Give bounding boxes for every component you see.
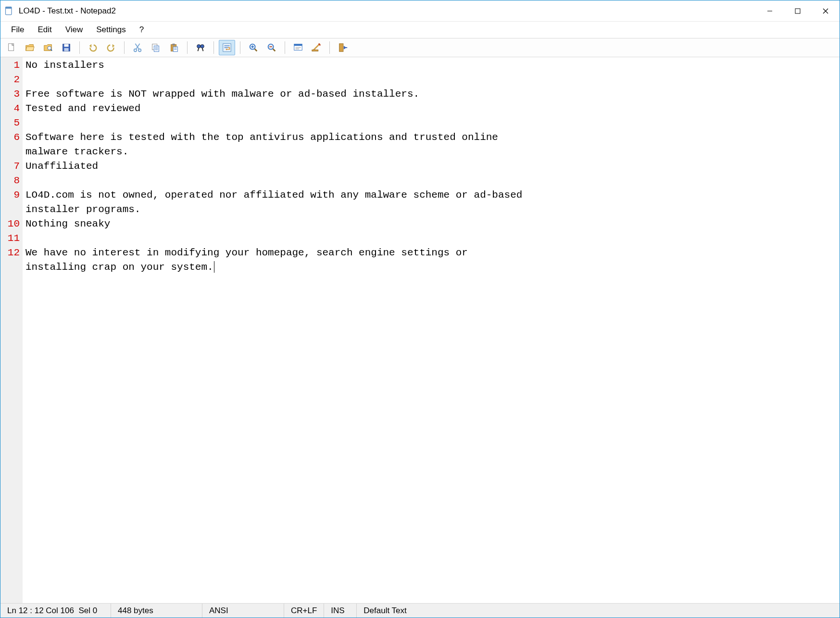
line-number: 5 bbox=[0, 116, 20, 130]
menubar: FileEditViewSettings? bbox=[0, 22, 840, 38]
toolbar-separator bbox=[329, 41, 330, 54]
word-wrap-icon[interactable] bbox=[219, 40, 235, 55]
status-position: Ln 12 : 12 Col 106 Sel 0 bbox=[0, 604, 111, 618]
redo-icon[interactable] bbox=[103, 40, 119, 55]
line-number: 1 bbox=[0, 58, 20, 73]
scheme-icon[interactable] bbox=[290, 40, 306, 55]
svg-point-15 bbox=[138, 49, 141, 52]
status-mode: INS bbox=[324, 604, 357, 618]
line-number: 9 bbox=[0, 188, 20, 202]
svg-line-34 bbox=[255, 49, 257, 51]
menu-settings[interactable]: Settings bbox=[89, 23, 132, 37]
svg-rect-11 bbox=[64, 48, 68, 51]
text-line bbox=[25, 231, 837, 246]
svg-rect-10 bbox=[64, 44, 68, 47]
svg-rect-1 bbox=[6, 7, 12, 9]
svg-line-38 bbox=[273, 49, 276, 51]
toolbar-separator bbox=[79, 41, 80, 54]
line-number: 10 bbox=[0, 217, 20, 231]
window-controls bbox=[756, 1, 840, 21]
toolbar-separator bbox=[285, 41, 285, 54]
text-line: installer programs. bbox=[25, 202, 837, 217]
svg-rect-3 bbox=[795, 9, 800, 13]
text-line: Free software is NOT wrapped with malwar… bbox=[25, 87, 837, 101]
text-line bbox=[25, 73, 837, 87]
statusbar: Ln 12 : 12 Col 106 Sel 0 448 bytes ANSI … bbox=[0, 603, 840, 618]
maximize-button[interactable] bbox=[784, 1, 812, 21]
line-number: 6 bbox=[0, 130, 20, 145]
svg-rect-45 bbox=[339, 44, 343, 52]
svg-rect-17 bbox=[154, 46, 159, 51]
svg-rect-44 bbox=[312, 50, 318, 51]
line-number: 7 bbox=[0, 159, 20, 174]
line-number: 12 bbox=[0, 246, 20, 260]
text-line: malware trackers. bbox=[25, 145, 837, 159]
text-line: No installers bbox=[25, 58, 837, 73]
svg-point-14 bbox=[134, 49, 137, 52]
text-line: installing crap on your system. bbox=[25, 260, 837, 275]
line-number bbox=[0, 202, 20, 217]
line-number: 2 bbox=[0, 73, 20, 87]
text-line: Nothing sneaky bbox=[25, 217, 837, 231]
text-area[interactable]: No installersFree software is NOT wrappe… bbox=[23, 57, 840, 603]
text-line: We have no interest in modifying your ho… bbox=[25, 246, 837, 260]
toolbar-separator bbox=[124, 41, 125, 54]
status-size: 448 bytes bbox=[111, 604, 202, 618]
new-file-icon[interactable] bbox=[3, 40, 20, 55]
menu-file[interactable]: File bbox=[4, 23, 31, 37]
zoom-in-icon[interactable] bbox=[245, 40, 262, 55]
caret bbox=[214, 261, 214, 273]
line-number: 11 bbox=[0, 231, 20, 246]
line-number: 3 bbox=[0, 87, 20, 101]
zoom-out-icon[interactable] bbox=[263, 40, 280, 55]
undo-icon[interactable] bbox=[85, 40, 101, 55]
svg-point-26 bbox=[197, 45, 201, 48]
titlebar: LO4D - Test.txt - Notepad2 bbox=[0, 0, 840, 22]
menu-edit[interactable]: Edit bbox=[31, 23, 58, 37]
menu-help[interactable]: ? bbox=[133, 23, 150, 37]
svg-line-28 bbox=[198, 48, 199, 51]
text-line: LO4D.com is not owned, operated nor affi… bbox=[25, 188, 837, 202]
status-encoding: ANSI bbox=[202, 604, 284, 618]
app-icon bbox=[4, 6, 14, 16]
toolbar-separator bbox=[187, 41, 188, 54]
status-position-label: Ln 12 : 12 Col 106 bbox=[7, 606, 74, 616]
minimize-button[interactable] bbox=[756, 1, 784, 21]
svg-point-7 bbox=[48, 46, 51, 50]
menu-view[interactable]: View bbox=[59, 23, 90, 37]
line-number bbox=[0, 145, 20, 159]
editor: 123456789101112 No installersFree softwa… bbox=[0, 57, 840, 603]
window-title: LO4D - Test.txt - Notepad2 bbox=[19, 6, 756, 16]
toolbar-separator bbox=[240, 41, 240, 54]
svg-rect-23 bbox=[173, 47, 177, 51]
paste-icon[interactable] bbox=[166, 40, 182, 55]
exit-icon[interactable] bbox=[335, 40, 351, 55]
text-line bbox=[25, 174, 837, 188]
svg-point-27 bbox=[201, 45, 204, 48]
svg-rect-22 bbox=[172, 44, 175, 46]
text-line: Software here is tested with the top ant… bbox=[25, 130, 837, 145]
line-number: 4 bbox=[0, 101, 20, 116]
copy-icon[interactable] bbox=[148, 40, 164, 55]
status-eol: CR+LF bbox=[284, 604, 324, 618]
svg-line-29 bbox=[202, 48, 203, 51]
text-line: Tested and reviewed bbox=[25, 101, 837, 116]
svg-rect-41 bbox=[294, 44, 302, 46]
customize-icon[interactable] bbox=[308, 40, 325, 55]
cut-icon[interactable] bbox=[129, 40, 146, 55]
text-line: Unaffiliated bbox=[25, 159, 837, 174]
line-number-gutter: 123456789101112 bbox=[0, 57, 23, 603]
status-selection-label: Sel 0 bbox=[78, 606, 97, 616]
line-number: 8 bbox=[0, 174, 20, 188]
toolbar-separator bbox=[213, 41, 214, 54]
close-button[interactable] bbox=[812, 1, 840, 21]
open-file-icon[interactable] bbox=[22, 40, 38, 55]
text-line bbox=[25, 116, 837, 130]
browse-icon[interactable] bbox=[40, 40, 56, 55]
status-scheme: Default Text bbox=[357, 604, 840, 618]
line-number bbox=[0, 260, 20, 275]
toolbar bbox=[0, 38, 840, 57]
find-icon[interactable] bbox=[192, 40, 209, 55]
save-icon[interactable] bbox=[58, 40, 75, 55]
